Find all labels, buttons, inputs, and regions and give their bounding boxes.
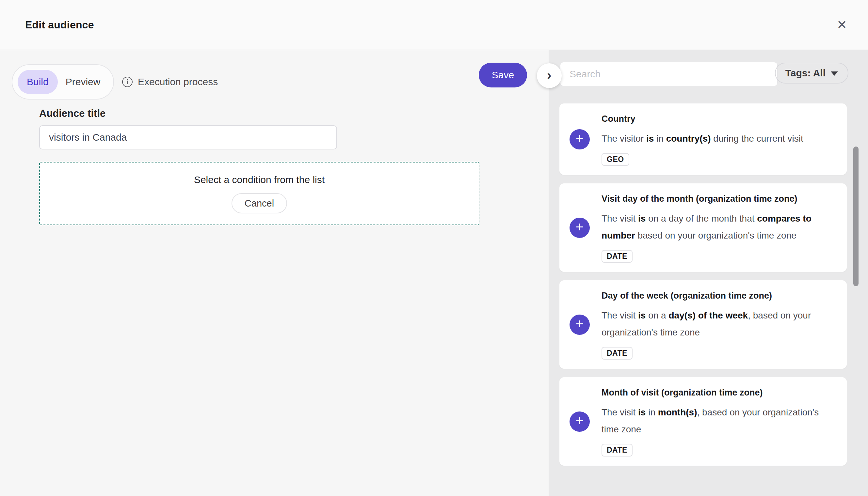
add-condition-button[interactable]: +	[570, 412, 590, 432]
condition-tag-badge: GEO	[601, 153, 629, 166]
condition-card[interactable]: + Visit day of the month (organization t…	[559, 183, 847, 272]
audience-title-input[interactable]	[39, 125, 337, 150]
condition-card-title: Visit day of the month (organization tim…	[601, 192, 824, 205]
condition-card-title: Month of visit (organization time zone)	[601, 386, 824, 399]
tags-filter-label: Tags: All	[785, 67, 825, 79]
chevron-right-icon: ›	[547, 68, 551, 81]
condition-card-description: The visit is on a day(s) of the week, ba…	[601, 307, 824, 341]
condition-card[interactable]: + Country The visitor is in country(s) d…	[559, 104, 847, 175]
condition-dropzone: Select a condition from the list Cancel	[39, 162, 479, 225]
edit-audience-modal: Edit audience ✕ Build Preview i Executio…	[0, 0, 868, 496]
tab-build[interactable]: Build	[18, 70, 58, 94]
condition-card-body: Month of visit (organization time zone) …	[601, 386, 824, 456]
condition-card-list: + Country The visitor is in country(s) d…	[559, 104, 847, 466]
condition-card-body: Day of the week (organization time zone)…	[601, 290, 824, 360]
tab-preview[interactable]: Preview	[58, 70, 108, 94]
save-button[interactable]: Save	[479, 63, 527, 88]
build-preview-toggle: Build Preview	[12, 64, 114, 99]
condition-tag-badge: DATE	[601, 250, 632, 263]
condition-card-title: Day of the week (organization time zone)	[601, 290, 824, 302]
close-icon[interactable]: ✕	[833, 16, 851, 34]
cancel-button[interactable]: Cancel	[231, 193, 287, 213]
condition-card-body: Visit day of the month (organization tim…	[601, 192, 824, 263]
condition-tag-badge: DATE	[601, 444, 632, 456]
add-condition-button[interactable]: +	[570, 129, 590, 150]
search-input[interactable]	[560, 62, 778, 86]
add-condition-button[interactable]: +	[570, 314, 590, 335]
info-icon: i	[122, 77, 133, 87]
execution-process-label: Execution process	[138, 76, 218, 88]
condition-card-description: The visit is in month(s), based on your …	[601, 404, 824, 438]
condition-card-description: The visitor is in country(s) during the …	[601, 130, 803, 147]
builder-pane: Build Preview i Execution process Save A…	[0, 50, 549, 496]
condition-card-description: The visit is on a day of the month that …	[601, 210, 824, 244]
page-title: Edit audience	[25, 19, 94, 31]
condition-card[interactable]: + Day of the week (organization time zon…	[559, 280, 847, 369]
condition-tag-badge: DATE	[601, 347, 632, 360]
condition-card[interactable]: + Month of visit (organization time zone…	[559, 377, 847, 466]
execution-process-link[interactable]: i Execution process	[122, 64, 218, 99]
collapse-panel-button[interactable]: ›	[537, 63, 562, 88]
scrollbar-thumb[interactable]	[853, 146, 858, 286]
add-condition-button[interactable]: +	[570, 218, 590, 238]
condition-card-title: Country	[601, 112, 803, 125]
condition-card-body: Country The visitor is in country(s) dur…	[601, 112, 803, 166]
audience-title-label: Audience title	[39, 108, 105, 120]
tags-filter-dropdown[interactable]: Tags: All	[775, 63, 849, 83]
modal-header: Edit audience ✕	[0, 0, 868, 50]
modal-body: Build Preview i Execution process Save A…	[0, 50, 868, 496]
chevron-down-icon	[831, 72, 838, 76]
conditions-panel: Tags: All + Country The visitor is in co…	[549, 50, 868, 496]
dropzone-instruction: Select a condition from the list	[194, 174, 325, 185]
